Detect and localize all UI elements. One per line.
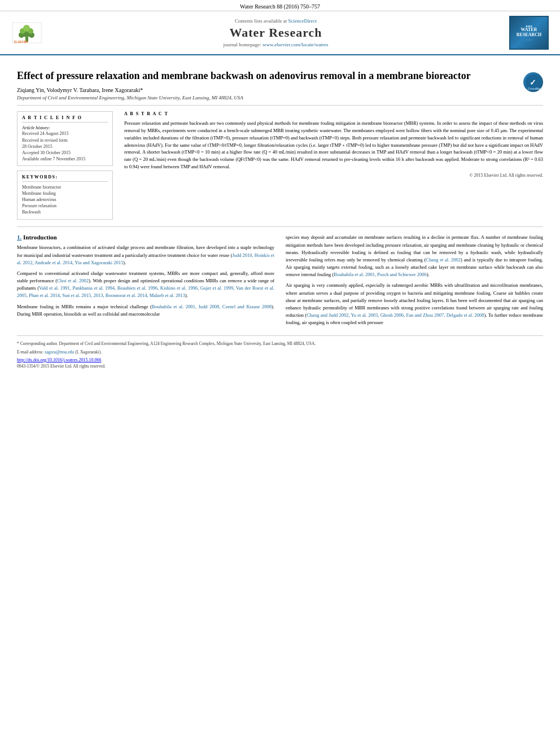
abstract-text: Pressure relaxation and permeate backwas… bbox=[124, 120, 543, 170]
keywords-box: Keywords: Membrane bioreactor Membrane f… bbox=[17, 171, 113, 220]
history-label: Article history: bbox=[22, 125, 108, 130]
body-right-para-2: Air sparging is very commonly applied, e… bbox=[286, 282, 543, 326]
article-title-section: Effect of pressure relaxation and membra… bbox=[17, 61, 543, 106]
accepted-date: Accepted 30 October 2015 bbox=[22, 150, 108, 156]
article-info-column: A R T I C L E I N F O Article history: R… bbox=[17, 111, 113, 220]
intro-para-2: Compared to conventional activated sludg… bbox=[17, 270, 274, 300]
article-title-text: Effect of pressure relaxation and membra… bbox=[17, 69, 515, 101]
abstract-column: A B S T R A C T Pressure relaxation and … bbox=[124, 111, 543, 220]
journal-title: Water Research bbox=[48, 25, 504, 40]
intro-num: 1. bbox=[17, 234, 21, 241]
intro-para-1: Membrane bioreactors, a combination of a… bbox=[17, 244, 274, 267]
abstract-section-title: A B S T R A C T bbox=[124, 111, 543, 116]
svg-point-8 bbox=[23, 25, 30, 32]
homepage-text: journal homepage: bbox=[224, 42, 261, 47]
article-content: Effect of pressure relaxation and membra… bbox=[0, 55, 560, 380]
svg-text:CrossMark: CrossMark bbox=[528, 87, 542, 90]
footnote-corresponding: * Corresponding author. Department of Ci… bbox=[17, 340, 543, 347]
wr-logo-title: WATERRESEARCH bbox=[517, 28, 541, 38]
email-link[interactable]: xagora@msu.edu bbox=[45, 350, 75, 355]
body-right-para-1: species may deposit and accumulate on me… bbox=[286, 234, 543, 278]
available-date: Available online 7 November 2015 bbox=[22, 156, 108, 162]
ref-judd2010[interactable]: Judd 2010, Hoinkis et al. 2012, Andrade … bbox=[17, 252, 274, 265]
ref-fouling[interactable]: Bouhabila et al. 2001, Judd 2008, Cornel… bbox=[152, 304, 272, 309]
crossmark-badge[interactable]: ✓ CrossMark bbox=[523, 72, 543, 92]
ref-pollutants[interactable]: Vald et al. 1991, Pankhania et al. 1994,… bbox=[17, 285, 274, 298]
received-date: Received 24 August 2015 bbox=[22, 130, 108, 137]
email-note: (I. Xagoraraki). bbox=[75, 350, 102, 355]
keywords-section-title: Keywords: bbox=[22, 174, 108, 182]
wr-logo-subtitle: ～～～ bbox=[526, 38, 532, 41]
journal-header: ELSEVIER Contents lists available at Sci… bbox=[0, 11, 560, 55]
crossmark-icon: ✓ CrossMark bbox=[523, 72, 543, 92]
keyword-2: Membrane fouling bbox=[22, 191, 108, 196]
doi-link[interactable]: http://dx.doi.org/10.1016/j.watres.2015.… bbox=[17, 357, 543, 362]
journal-header-center: Contents lists available at ScienceDirec… bbox=[42, 18, 509, 47]
intro-para-3: Membrane fouling in MBRs remains a major… bbox=[17, 303, 274, 318]
article-info-box: A R T I C L E I N F O Article history: R… bbox=[17, 111, 113, 166]
body-text-section: 1. Introduction Membrane bioreactors, a … bbox=[17, 234, 543, 330]
article-info-section-title: A R T I C L E I N F O bbox=[22, 115, 108, 123]
article-authors: Ziqiang Yin, Volodymyr V. Tarabara, Iren… bbox=[17, 87, 515, 93]
footnote-email: E-mail address: xagora@msu.edu (I. Xagor… bbox=[17, 349, 543, 355]
info-abstract-section: A R T I C L E I N F O Article history: R… bbox=[17, 111, 543, 220]
received-revised-label: Received in revised form bbox=[22, 137, 108, 143]
svg-text:✓: ✓ bbox=[530, 78, 536, 87]
ref-bouhabila2001[interactable]: Bouhabila et al. 2001, Psoch and Schiewe… bbox=[334, 272, 427, 277]
contents-line: Contents lists available at ScienceDirec… bbox=[48, 18, 504, 24]
keyword-5: Backwash bbox=[22, 209, 108, 215]
page: Water Research 88 (2016) 750–757 ELSEVIE… bbox=[0, 0, 560, 747]
ref-choi2002[interactable]: Choi et al. 2002 bbox=[57, 278, 89, 283]
article-title: Effect of pressure relaxation and membra… bbox=[17, 69, 515, 82]
journal-citation: Water Research 88 (2016) 750–757 bbox=[240, 3, 320, 10]
body-col-left: 1. Introduction Membrane bioreactors, a … bbox=[17, 234, 274, 330]
section-divider bbox=[17, 226, 543, 227]
intro-heading: 1. Introduction bbox=[17, 234, 274, 241]
body-col-right: species may deposit and accumulate on me… bbox=[286, 234, 543, 330]
water-research-logo: ◆◆◆ WATERRESEARCH ～～～ bbox=[509, 16, 549, 50]
homepage-line: journal homepage: www.elsevier.com/locat… bbox=[48, 42, 504, 47]
svg-text:ELSEVIER: ELSEVIER bbox=[14, 40, 28, 43]
elsevier-logo: ELSEVIER bbox=[11, 21, 42, 44]
contents-text: Contents lists available at bbox=[235, 18, 287, 24]
journal-top-bar: Water Research 88 (2016) 750–757 bbox=[0, 0, 560, 11]
ref-chang2002a[interactable]: Chang et al. 2002 bbox=[426, 257, 461, 263]
elsevier-tree-icon: ELSEVIER bbox=[11, 21, 42, 44]
ref-sparging[interactable]: Chang and Judd 2002, Yu et al. 2003, Gho… bbox=[307, 312, 484, 318]
received-revised-date: 28 October 2015 bbox=[22, 143, 108, 150]
intro-title: Introduction bbox=[23, 234, 57, 241]
keyword-4: Pressure relaxation bbox=[22, 203, 108, 208]
article-footer: * Corresponding author. Department of Ci… bbox=[17, 335, 543, 374]
article-affiliation: Department of Civil and Environmental En… bbox=[17, 95, 515, 101]
abstract-copyright: © 2015 Elsevier Ltd. All rights reserved… bbox=[124, 173, 543, 178]
doi-url[interactable]: http://dx.doi.org/10.1016/j.watres.2015.… bbox=[17, 357, 101, 362]
crossmark-svg: ✓ CrossMark bbox=[525, 74, 542, 91]
issn-copyright: 0043-1354/© 2015 Elsevier Ltd. All right… bbox=[17, 364, 543, 369]
abstract-section: A B S T R A C T Pressure relaxation and … bbox=[124, 111, 543, 177]
sciencedirect-link[interactable]: ScienceDirect bbox=[288, 18, 317, 24]
homepage-url[interactable]: www.elsevier.com/locate/watres bbox=[262, 42, 328, 47]
email-label: E-mail address: bbox=[17, 350, 43, 355]
keyword-1: Membrane bioreactor bbox=[22, 185, 108, 190]
keyword-3: Human adenovirus bbox=[22, 197, 108, 202]
